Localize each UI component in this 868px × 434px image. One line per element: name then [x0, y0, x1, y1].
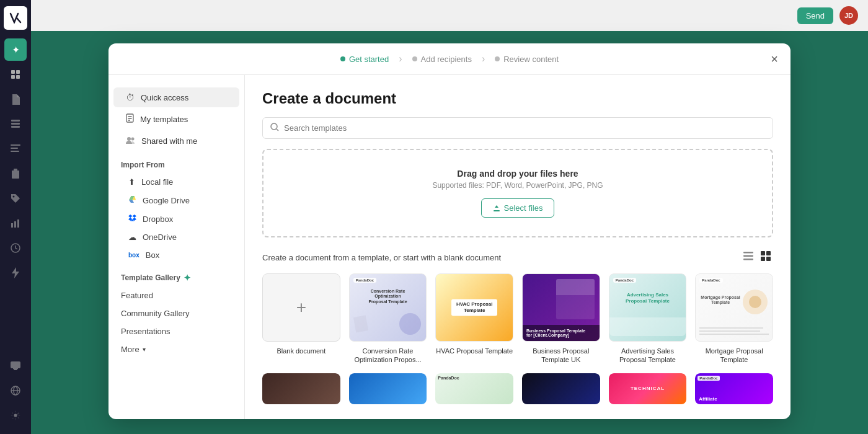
step-label-1: Get started — [349, 55, 389, 64]
nav-import-box[interactable]: box Box — [108, 246, 244, 264]
nav-label-box: Box — [146, 250, 159, 260]
template-card-row2-3[interactable]: PandaDoc — [435, 373, 513, 404]
template-card-row2-4[interactable] — [522, 373, 600, 404]
topbar: Send JD — [31, 0, 868, 31]
thumb-logo-mortgage: PandaDoc — [699, 278, 722, 283]
template-card-row2-1[interactable] — [262, 373, 340, 404]
template-card-hvac[interactable]: HVAC ProposalTemplate HVAC Proposal Temp… — [435, 273, 513, 365]
step-get-started[interactable]: Get started — [340, 55, 389, 64]
search-bar[interactable] — [262, 117, 773, 139]
thumb-logo-conversion: PandaDoc — [353, 278, 376, 283]
gallery-section-title: Template Gallery ✦ — [108, 264, 244, 286]
chevron-down-icon: ▾ — [143, 346, 146, 353]
select-files-label: Select files — [504, 203, 543, 213]
template-thumb-row2-5: TECHNICAL — [609, 373, 687, 404]
import-section-title: Import From — [108, 152, 244, 173]
svg-rect-8 — [11, 148, 18, 149]
nav-label-local: Local file — [141, 177, 173, 187]
thumb-logo-adv: PandaDoc — [613, 278, 636, 283]
template-thumb-row2-6: PandaDoc Affiliate — [695, 373, 773, 404]
sidebar-icon-lightning[interactable] — [4, 262, 27, 284]
nav-item-my-templates[interactable]: My templates — [113, 108, 239, 130]
thumb-text-mortgage: Mortgage ProposalTemplate — [698, 293, 742, 308]
page-title: Create a document — [262, 90, 773, 107]
create-document-modal: Get started › Add recipients › Review co… — [108, 43, 790, 419]
svg-point-23 — [14, 414, 17, 417]
thumb-text-row2-6: Affiliate — [699, 396, 717, 402]
shared-icon — [126, 136, 135, 146]
onedrive-icon: ☁ — [128, 232, 136, 242]
chevron-icon-2: › — [482, 53, 485, 64]
template-card-row2-2[interactable] — [349, 373, 427, 404]
nav-item-shared[interactable]: Shared with me — [113, 131, 239, 151]
list-view-button[interactable] — [741, 250, 756, 265]
template-name-conversion: Conversion Rate Optimization Propos... — [349, 347, 427, 365]
svg-rect-38 — [761, 257, 765, 261]
template-card-conversion[interactable]: PandaDoc Conversion RateOptimizationProp… — [349, 273, 427, 365]
svg-rect-5 — [11, 123, 20, 125]
sidebar-icon-table[interactable] — [4, 113, 27, 135]
nav-import-onedrive[interactable]: ☁ OneDrive — [108, 228, 244, 246]
nav-label-onedrive: OneDrive — [143, 232, 177, 242]
svg-rect-3 — [16, 75, 20, 79]
svg-rect-39 — [766, 257, 771, 261]
sidebar-icon-templates[interactable]: ✦ — [4, 38, 27, 61]
search-input[interactable] — [284, 123, 765, 133]
nav-label-dropbox: Dropbox — [143, 215, 173, 224]
nav-item-quick-access[interactable]: ⏱ Quick access — [113, 87, 239, 107]
nav-gallery-more[interactable]: More ▾ — [108, 340, 244, 358]
step-label-3: Review content — [503, 55, 559, 64]
step-add-recipients[interactable]: Add recipients — [412, 55, 472, 64]
chevron-icon-1: › — [399, 53, 402, 64]
sidebar-icon-grid[interactable] — [4, 63, 27, 86]
nav-gallery-community[interactable]: Community Gallery — [108, 304, 244, 322]
template-card-row2-6[interactable]: PandaDoc Affiliate — [695, 373, 773, 404]
template-card-business-uk[interactable]: Business Proposal Templatefor [Client.Co… — [522, 273, 600, 365]
sidebar-icon-monitor[interactable] — [4, 355, 27, 377]
thumb-text-hvac: HVAC ProposalTemplate — [449, 296, 500, 318]
sidebar-icon-settings[interactable] — [4, 404, 27, 427]
nav-label-gdrive: Google Drive — [143, 196, 190, 205]
template-name-mortgage: Mortgage Proposal Template — [695, 347, 773, 365]
my-templates-icon — [126, 113, 134, 125]
sidebar-icon-tag[interactable] — [4, 187, 27, 210]
template-card-adv-sales[interactable]: PandaDoc Advertising SalesProposal Templ… — [609, 273, 687, 365]
svg-rect-35 — [743, 259, 753, 260]
nav-gallery-featured[interactable]: Featured — [108, 286, 244, 304]
main-sidebar: ✦ — [0, 0, 31, 434]
nav-import-local[interactable]: ⬆ Local file — [108, 173, 244, 191]
svg-rect-15 — [17, 219, 19, 228]
nav-import-gdrive[interactable]: Google Drive — [108, 191, 244, 210]
template-grid-row2: PandaDoc TECHNICAL PandaDoc — [262, 373, 773, 404]
drop-zone: Drag and drop your files here Supported … — [262, 149, 773, 237]
template-name-hvac: HVAC Proposal Template — [435, 347, 513, 355]
template-card-blank[interactable]: + Blank document — [262, 273, 340, 365]
template-thumb-row2-2 — [349, 373, 427, 404]
template-card-row2-5[interactable]: TECHNICAL — [609, 373, 687, 404]
modal-body: ⏱ Quick access My templates — [108, 75, 790, 419]
sidebar-icon-clipboard[interactable] — [4, 162, 27, 185]
nav-import-dropbox[interactable]: Dropbox — [108, 210, 244, 228]
modal-close-button[interactable]: × — [771, 52, 778, 66]
svg-rect-2 — [11, 75, 15, 79]
nav-label-quick-access: Quick access — [141, 93, 188, 102]
user-avatar[interactable]: JD — [839, 6, 858, 25]
gallery-star-icon: ✦ — [184, 273, 191, 283]
nav-gallery-presentations[interactable]: Presentations — [108, 322, 244, 340]
svg-rect-32 — [494, 210, 500, 211]
svg-rect-4 — [11, 120, 20, 122]
svg-rect-34 — [743, 255, 753, 257]
sidebar-icon-clock[interactable] — [4, 237, 27, 259]
template-grid-row1: + Blank document PandaDoc Conversion Rat… — [262, 273, 773, 365]
step-review-content[interactable]: Review content — [495, 55, 559, 64]
sidebar-icon-doc[interactable] — [4, 88, 27, 110]
sidebar-icon-chart[interactable] — [4, 212, 27, 234]
select-files-button[interactable]: Select files — [481, 198, 555, 218]
svg-point-28 — [127, 137, 131, 141]
grid-view-button[interactable] — [758, 250, 773, 265]
sidebar-icon-globe[interactable] — [4, 379, 27, 402]
template-thumb-adv-sales: PandaDoc Advertising SalesProposal Templ… — [609, 273, 687, 342]
sidebar-icon-lines[interactable] — [4, 138, 27, 160]
send-button[interactable]: Send — [797, 7, 833, 24]
template-card-mortgage[interactable]: PandaDoc Mortgage ProposalTemplate Mortg… — [695, 273, 773, 365]
